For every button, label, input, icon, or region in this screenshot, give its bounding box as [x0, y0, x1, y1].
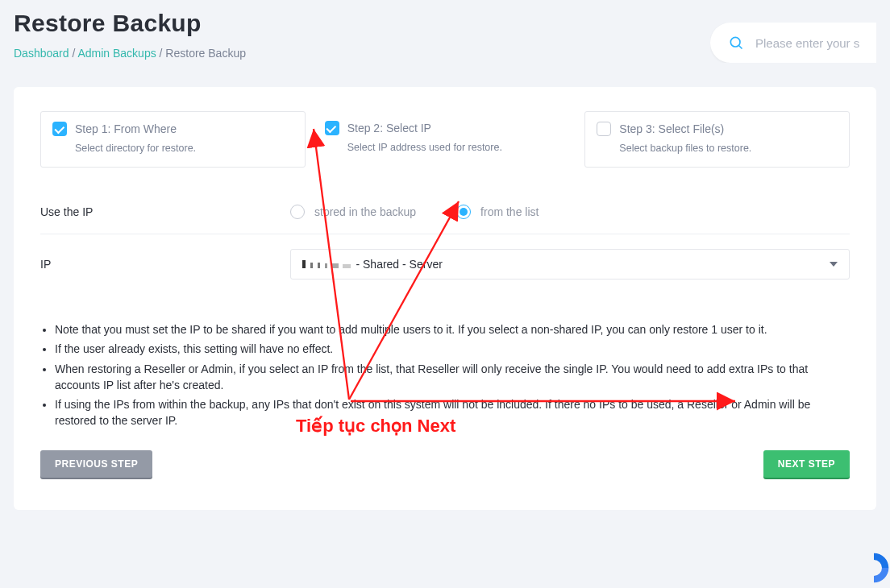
- ip-select-value: - Shared - Server: [356, 258, 442, 271]
- step-2-desc: Select IP address used for restore.: [347, 142, 566, 153]
- note-item: If the user already exists, this setting…: [55, 341, 850, 357]
- step-2-title: Step 2: Select IP: [347, 122, 431, 135]
- breadcrumb-dashboard[interactable]: Dashboard: [14, 47, 69, 60]
- breadcrumb: Dashboard / Admin Backups / Restore Back…: [14, 47, 710, 60]
- ip-obscured-icon: [302, 258, 352, 271]
- check-icon: [325, 121, 339, 135]
- breadcrumb-admin-backups[interactable]: Admin Backups: [77, 47, 156, 60]
- step-1[interactable]: Step 1: From Where Select directory for …: [40, 111, 306, 168]
- search-input[interactable]: [755, 36, 876, 50]
- check-icon: [52, 122, 67, 136]
- radio-dot-icon: [456, 205, 471, 219]
- annotation-text: Tiếp tục chọn Next: [296, 416, 455, 437]
- svg-point-0: [730, 37, 740, 47]
- step-3-title: Step 3: Select File(s): [619, 122, 724, 135]
- note-item: Note that you must set the IP to be shar…: [55, 321, 850, 337]
- radio-stored-backup[interactable]: stored in the backup: [290, 205, 416, 219]
- step-1-title: Step 1: From Where: [75, 122, 177, 135]
- radio-dot-icon: [290, 205, 305, 219]
- search-bar[interactable]: [710, 23, 876, 63]
- radio-stored-label: stored in the backup: [314, 205, 416, 218]
- radio-from-list[interactable]: from the list: [456, 205, 539, 219]
- ip-select[interactable]: - Shared - Server: [290, 249, 850, 280]
- breadcrumb-current: Restore Backup: [165, 47, 246, 60]
- use-ip-label: Use the IP: [40, 205, 290, 218]
- recaptcha-badge-icon: [850, 548, 890, 588]
- page-title: Restore Backup: [14, 10, 710, 37]
- radio-list-label: from the list: [480, 205, 539, 218]
- chevron-down-icon: [830, 262, 838, 267]
- unchecked-icon: [597, 122, 611, 136]
- ip-label: IP: [40, 258, 290, 271]
- note-item: When restoring a Reseller or Admin, if y…: [55, 361, 850, 394]
- notes-block: Note that you must set the IP to be shar…: [40, 321, 850, 429]
- step-3[interactable]: Step 3: Select File(s) Select backup fil…: [584, 111, 850, 168]
- step-1-desc: Select directory for restore.: [75, 143, 293, 154]
- search-icon: [728, 35, 744, 51]
- step-2[interactable]: Step 2: Select IP Select IP address used…: [314, 111, 577, 168]
- step-tabs: Step 1: From Where Select directory for …: [40, 111, 850, 168]
- svg-line-1: [739, 46, 742, 49]
- main-card: Step 1: From Where Select directory for …: [14, 87, 876, 510]
- previous-step-button[interactable]: Previous Step: [40, 450, 152, 478]
- next-step-button[interactable]: Next Step: [763, 450, 850, 478]
- step-3-desc: Select backup files to restore.: [619, 143, 838, 154]
